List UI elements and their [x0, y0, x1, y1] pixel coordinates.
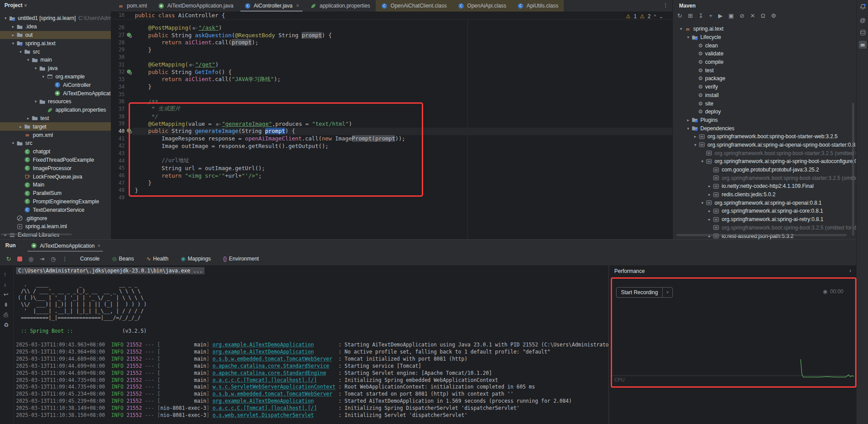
- tree-item-aicontroller[interactable]: CAiController: [0, 81, 111, 89]
- maven-item-spring-ai-text[interactable]: ▾mspring.ai.text: [673, 25, 856, 33]
- maven-chevron[interactable]: ▸: [707, 184, 712, 188]
- project-panel-header[interactable]: Project˅: [4, 2, 27, 8]
- log-logger[interactable]: w.s.c.ServletWebServerApplicationContext: [212, 384, 335, 391]
- tab-pom-xml[interactable]: mpom.xml: [112, 0, 152, 12]
- maven-item-dependencies[interactable]: ▾Dependencies: [673, 124, 856, 132]
- log-logger[interactable]: o.apache.catalina.core.StandardService: [212, 363, 335, 370]
- maven-item-com-google-protobuf-protobuf-java-3-25-2[interactable]: com.google.protobuf:protobuf-java:3.25.2: [673, 166, 856, 174]
- log-logger[interactable]: org.example.AiTextDemoApplication: [212, 349, 335, 356]
- maven-chevron[interactable]: ▾: [678, 27, 684, 31]
- maven-item-org-springframework-ai-spring-ai-openai-spring-boo[interactable]: ▾org.springframework.ai:spring-ai-openai…: [673, 141, 856, 149]
- tree-item-textgeneratorservice[interactable]: CTextGeneratorService: [0, 206, 111, 214]
- maven-item-compile[interactable]: ⚙compile: [673, 58, 856, 66]
- tree-item--gitignore[interactable]: .gitignore: [0, 214, 111, 222]
- code-line-30[interactable]: 30: [111, 54, 672, 61]
- maven-chevron[interactable]: ▾: [692, 143, 698, 147]
- tab-aicontroller-java[interactable]: CAiController.java×: [239, 0, 304, 12]
- log-logger[interactable]: org.example.AiTextDemoApplication: [212, 398, 335, 405]
- spring-bean-icon[interactable]: [126, 68, 134, 75]
- tree-chevron[interactable]: ▸: [10, 33, 16, 37]
- tab-aitextdemoapplication-java[interactable]: AiTextDemoApplication.java: [152, 0, 239, 12]
- tab-openaiapi-class[interactable]: COpenAiApi.class: [452, 0, 511, 12]
- maven-item-clean[interactable]: ⚙clean: [673, 41, 856, 50]
- maven-chevron[interactable]: ▸: [692, 134, 698, 139]
- tree-chevron[interactable]: ▸: [10, 24, 16, 29]
- maven-chevron[interactable]: ▸: [707, 209, 712, 213]
- tree-chevron[interactable]: ▾: [25, 58, 31, 62]
- run-maven-goal-icon[interactable]: ▶: [718, 12, 723, 19]
- close-icon[interactable]: ×: [296, 3, 299, 9]
- tree-item-src[interactable]: ▾src: [0, 139, 111, 148]
- scroll-to-end-button[interactable]: ⇟: [4, 301, 8, 308]
- log-logger[interactable]: o.a.c.c.C.[Tomcat].[localhost].[/]: [212, 377, 335, 384]
- tree-chevron[interactable]: ▾: [18, 50, 24, 54]
- generate-sources-icon[interactable]: ⊞: [688, 12, 693, 19]
- code-line-29[interactable]: 29 }: [111, 46, 672, 54]
- tree-item-promptengineeringexample[interactable]: CPromptEngineeringExample: [0, 198, 111, 206]
- maven-item-redis-clients-jedis-5-0-2[interactable]: ▸redis.clients:jedis:5.0.2: [673, 191, 856, 199]
- tree-chevron[interactable]: ▸: [18, 124, 24, 129]
- next-problem-button[interactable]: ⌄: [659, 14, 663, 19]
- spring-bean-icon[interactable]: [126, 31, 134, 39]
- skip-tests-icon[interactable]: ✕: [750, 12, 755, 19]
- tree-chevron[interactable]: ▾: [33, 99, 39, 104]
- tree-item-application-properties[interactable]: application.properties: [0, 106, 111, 114]
- tab-openaichatclient-class[interactable]: COpenAiChatClient.class: [376, 0, 452, 12]
- maven-item-org-springframework-boot-spring-boot-starter-web-3[interactable]: ▸org.springframework.boot:spring-boot-st…: [673, 132, 856, 141]
- tree-item-target[interactable]: ▸target: [0, 122, 111, 131]
- maven-tool-button[interactable]: m: [859, 41, 867, 49]
- tree-chevron[interactable]: ▾: [33, 66, 39, 70]
- notifications-button[interactable]: [859, 3, 867, 11]
- soft-wrap-button[interactable]: ↩: [4, 291, 8, 298]
- tab-apiutils-class[interactable]: CApiUtils.class: [511, 0, 563, 12]
- clear-all-button[interactable]: ♻: [4, 322, 9, 328]
- maven-chevron[interactable]: ▸: [685, 118, 691, 122]
- maven-item-org-springframework-ai-spring-ai-spring-boot-autoc[interactable]: ▾org.springframework.ai:spring-ai-spring…: [673, 157, 856, 166]
- tree-item-org-example[interactable]: ▾org.example: [0, 73, 111, 81]
- execute-goal-icon[interactable]: ▣: [728, 12, 734, 19]
- maven-item-org-springframework-ai-spring-ai-retry-0-8-1[interactable]: ▸org.springframework.ai:spring-ai-retry:…: [673, 215, 856, 224]
- download-sources-icon[interactable]: ↧: [699, 12, 703, 19]
- maven-item-org-springframework-boot-spring-boot-3-2-5-omitted[interactable]: org.springframework.boot:spring-boot:3.2…: [673, 224, 856, 232]
- maven-item-org-springframework-boot-spring-boot-starter-3-2-5[interactable]: org.springframework.boot:spring-boot-sta…: [673, 149, 856, 157]
- maven-chevron[interactable]: ▾: [699, 159, 705, 163]
- log-logger[interactable]: org.example.AiTextDemoApplication: [212, 342, 335, 349]
- maven-item-org-springframework-ai-spring-ai-openai-0-8-1[interactable]: ▾org.springframework.ai:spring-ai-openai…: [673, 198, 856, 207]
- console-output[interactable]: C:\Users\Administrator\.jdks\openjdk-23.…: [16, 240, 609, 424]
- maven-item-deploy[interactable]: ⚙deploy: [673, 108, 856, 116]
- prev-problem-button[interactable]: ^: [654, 14, 656, 19]
- tree-item-test[interactable]: ▸test: [0, 114, 111, 123]
- maven-item-validate[interactable]: ⚙validate: [673, 50, 856, 58]
- code-line-31[interactable]: 31 @GetMapping(⊕˅"/get"): [111, 61, 672, 68]
- maven-item-test[interactable]: ⚙test: [673, 66, 856, 74]
- rerun-button[interactable]: ↻: [6, 256, 11, 262]
- log-logger[interactable]: o.a.c.c.C.[Tomcat].[localhost].[/]: [212, 405, 335, 412]
- code-line-33[interactable]: 33 return aiClient.call("JAVA学习路线");: [111, 76, 672, 83]
- code-line-26[interactable]: 26 @PostMapping(⊕˅"/ask"): [111, 24, 672, 31]
- tree-item-imageprocessor[interactable]: CImageProcessor: [0, 164, 111, 172]
- code-line-28[interactable]: 28 return aiClient.call(prompt);: [111, 39, 672, 46]
- tree-item-aitextdemoapplication[interactable]: AiTextDemoApplication: [0, 89, 111, 97]
- tree-item-main[interactable]: ▾main: [0, 56, 111, 64]
- tree-item-lockfreequeue-java[interactable]: LockFreeQueue.java: [0, 172, 111, 181]
- maven-hscrollbar[interactable]: [676, 234, 847, 236]
- maven-item-verify[interactable]: ⚙verify: [673, 83, 856, 91]
- maven-vscrollbar[interactable]: [852, 103, 854, 236]
- tree-chevron[interactable]: ▾: [10, 41, 16, 46]
- code-line-34[interactable]: 34 }: [111, 83, 672, 91]
- maven-chevron[interactable]: ▾: [699, 201, 705, 205]
- maven-profiles-icon[interactable]: Ω: [761, 12, 765, 19]
- project-tree-hscrollbar[interactable]: [1, 233, 72, 235]
- maven-item-org-springframework-boot-spring-boot-starter-3-2-5[interactable]: org.springframework.boot:spring-boot-sta…: [673, 174, 856, 182]
- tree-item-java[interactable]: ▾java: [0, 64, 111, 73]
- tab-overflow-menu[interactable]: ⋮: [663, 2, 668, 8]
- tree-chevron[interactable]: ▸: [25, 116, 31, 121]
- maven-item-site[interactable]: ⚙site: [673, 99, 856, 108]
- tree-item-src[interactable]: ▾src: [0, 47, 111, 56]
- print-button[interactable]: ⎙: [4, 311, 8, 319]
- code-line-16[interactable]: 16public class AiController {: [111, 12, 672, 19]
- maven-item-install[interactable]: ⚙install: [673, 91, 856, 100]
- tree-item-spring-ai-learn-iml[interactable]: spring.ai.learn.iml: [0, 222, 111, 231]
- scroll-up-button[interactable]: ↑: [4, 271, 7, 277]
- scroll-down-button[interactable]: ↓: [4, 281, 7, 288]
